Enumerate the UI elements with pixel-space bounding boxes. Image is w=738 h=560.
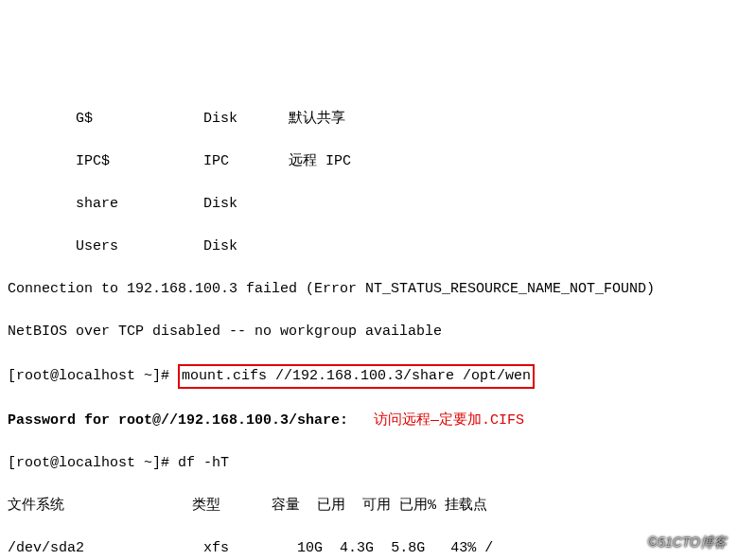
share-row: share Disk bbox=[8, 194, 738, 216]
cmd-mount-line: [root@localhost ~]# mount.cifs //192.168… bbox=[8, 364, 738, 390]
prompt: [root@localhost ~]# bbox=[8, 455, 178, 471]
password-prompt: Password for root@//192.168.100.3/share: bbox=[8, 412, 348, 429]
df-row: /dev/sda2 xfs 10G 4.3G 5.8G 43% / bbox=[8, 538, 738, 560]
share-row: Users Disk bbox=[8, 236, 738, 258]
highlight-mount-cmd: mount.cifs //192.168.100.3/share /opt/we… bbox=[178, 364, 535, 390]
terminal-output: G$ Disk 默认共享 IPC$ IPC 远程 IPC share Disk … bbox=[0, 85, 738, 560]
connection-fail-line: Connection to 192.168.100.3 failed (Erro… bbox=[8, 279, 738, 301]
netbios-line: NetBIOS over TCP disabled -- no workgrou… bbox=[8, 322, 738, 343]
df-header: 文件系统 类型 容量 已用 可用 已用% 挂载点 bbox=[8, 496, 738, 517]
prompt: [root@localhost ~]# bbox=[8, 368, 178, 384]
password-prompt-line: Password for root@//192.168.100.3/share:… bbox=[8, 411, 738, 432]
cmd-df-line: [root@localhost ~]# df -hT bbox=[8, 453, 738, 475]
share-row: G$ Disk 默认共享 bbox=[8, 109, 738, 131]
watermark: ©51CTO博客 bbox=[648, 533, 727, 552]
annotation-cifs: 访问远程—定要加.CIFS bbox=[374, 412, 524, 429]
cmd-df: df -hT bbox=[178, 455, 229, 471]
share-row: IPC$ IPC 远程 IPC bbox=[8, 151, 738, 173]
